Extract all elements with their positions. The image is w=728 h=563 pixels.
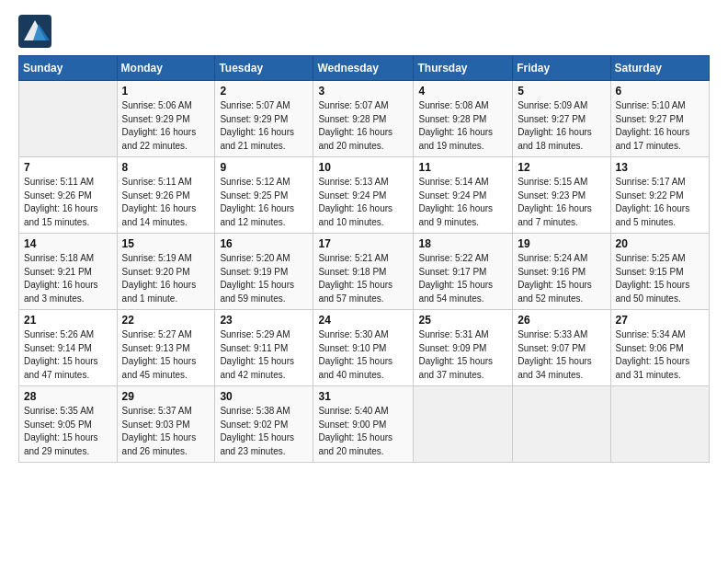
cell-info: Sunrise: 5:30 AM Sunset: 9:10 PM Dayligh… (318, 328, 408, 382)
calendar-cell: 13Sunrise: 5:17 AM Sunset: 9:22 PM Dayli… (610, 157, 709, 234)
calendar-cell: 15Sunrise: 5:19 AM Sunset: 9:20 PM Dayli… (117, 234, 215, 310)
calendar-cell: 28Sunrise: 5:35 AM Sunset: 9:05 PM Dayli… (19, 386, 118, 463)
cell-info: Sunrise: 5:18 AM Sunset: 9:21 PM Dayligh… (24, 252, 112, 305)
day-number: 18 (418, 237, 507, 250)
cell-info: Sunrise: 5:34 AM Sunset: 9:06 PM Dayligh… (616, 328, 704, 382)
day-number: 20 (616, 237, 704, 250)
day-number: 4 (418, 85, 507, 98)
cell-info: Sunrise: 5:11 AM Sunset: 9:26 PM Dayligh… (24, 176, 112, 229)
calendar-cell: 6Sunrise: 5:10 AM Sunset: 9:27 PM Daylig… (610, 81, 709, 157)
calendar-cell: 19Sunrise: 5:24 AM Sunset: 9:16 PM Dayli… (513, 234, 610, 310)
cell-info: Sunrise: 5:33 AM Sunset: 9:07 PM Dayligh… (518, 328, 605, 382)
day-number: 23 (220, 314, 308, 327)
logo (18, 15, 55, 48)
day-number: 2 (220, 85, 308, 98)
day-number: 7 (24, 161, 112, 174)
calendar-week-row: 28Sunrise: 5:35 AM Sunset: 9:05 PM Dayli… (19, 386, 710, 463)
calendar-cell: 18Sunrise: 5:22 AM Sunset: 9:17 PM Dayli… (414, 234, 513, 310)
day-number: 9 (220, 161, 308, 174)
day-number: 26 (518, 314, 605, 327)
calendar-cell: 11Sunrise: 5:14 AM Sunset: 9:24 PM Dayli… (414, 157, 513, 234)
day-number: 24 (318, 314, 408, 327)
calendar-body: 1Sunrise: 5:06 AM Sunset: 9:29 PM Daylig… (19, 81, 710, 463)
calendar-cell: 4Sunrise: 5:08 AM Sunset: 9:28 PM Daylig… (414, 81, 513, 157)
weekday-header-wednesday: Wednesday (313, 56, 414, 81)
day-number: 19 (518, 237, 605, 250)
calendar-cell (414, 386, 513, 463)
day-number: 30 (220, 390, 308, 403)
calendar-cell: 27Sunrise: 5:34 AM Sunset: 9:06 PM Dayli… (610, 310, 709, 386)
calendar-cell: 20Sunrise: 5:25 AM Sunset: 9:15 PM Dayli… (610, 234, 709, 310)
day-number: 21 (24, 314, 112, 327)
cell-info: Sunrise: 5:21 AM Sunset: 9:18 PM Dayligh… (318, 252, 408, 305)
day-number: 27 (616, 314, 704, 327)
cell-info: Sunrise: 5:20 AM Sunset: 9:19 PM Dayligh… (220, 252, 308, 305)
calendar-cell: 7Sunrise: 5:11 AM Sunset: 9:26 PM Daylig… (19, 157, 118, 234)
day-number: 28 (24, 390, 112, 403)
cell-info: Sunrise: 5:27 AM Sunset: 9:13 PM Dayligh… (122, 328, 210, 382)
day-number: 1 (122, 85, 210, 98)
calendar-cell: 22Sunrise: 5:27 AM Sunset: 9:13 PM Dayli… (117, 310, 215, 386)
weekday-header-sunday: Sunday (19, 56, 118, 81)
logo-icon (18, 15, 51, 48)
cell-info: Sunrise: 5:19 AM Sunset: 9:20 PM Dayligh… (122, 252, 210, 305)
cell-info: Sunrise: 5:09 AM Sunset: 9:27 PM Dayligh… (518, 99, 605, 153)
day-number: 16 (220, 237, 308, 250)
calendar-cell: 26Sunrise: 5:33 AM Sunset: 9:07 PM Dayli… (513, 310, 610, 386)
calendar-cell (19, 81, 118, 157)
day-number: 14 (24, 237, 112, 250)
day-number: 15 (122, 237, 210, 250)
cell-info: Sunrise: 5:10 AM Sunset: 9:27 PM Dayligh… (616, 99, 704, 153)
cell-info: Sunrise: 5:07 AM Sunset: 9:29 PM Dayligh… (220, 99, 308, 153)
cell-info: Sunrise: 5:31 AM Sunset: 9:09 PM Dayligh… (418, 328, 507, 382)
calendar-cell: 3Sunrise: 5:07 AM Sunset: 9:28 PM Daylig… (313, 81, 414, 157)
day-number: 12 (518, 161, 605, 174)
cell-info: Sunrise: 5:26 AM Sunset: 9:14 PM Dayligh… (24, 328, 112, 382)
cell-info: Sunrise: 5:06 AM Sunset: 9:29 PM Dayligh… (122, 99, 210, 153)
day-number: 11 (418, 161, 507, 174)
calendar-cell: 1Sunrise: 5:06 AM Sunset: 9:29 PM Daylig… (117, 81, 215, 157)
calendar-week-row: 14Sunrise: 5:18 AM Sunset: 9:21 PM Dayli… (19, 234, 710, 310)
calendar-cell: 31Sunrise: 5:40 AM Sunset: 9:00 PM Dayli… (313, 386, 414, 463)
cell-info: Sunrise: 5:35 AM Sunset: 9:05 PM Dayligh… (24, 405, 112, 458)
calendar-cell: 29Sunrise: 5:37 AM Sunset: 9:03 PM Dayli… (117, 386, 215, 463)
cell-info: Sunrise: 5:37 AM Sunset: 9:03 PM Dayligh… (122, 405, 210, 458)
calendar-cell: 8Sunrise: 5:11 AM Sunset: 9:26 PM Daylig… (117, 157, 215, 234)
calendar-week-row: 7Sunrise: 5:11 AM Sunset: 9:26 PM Daylig… (19, 157, 710, 234)
calendar-cell: 2Sunrise: 5:07 AM Sunset: 9:29 PM Daylig… (215, 81, 313, 157)
weekday-header-monday: Monday (117, 56, 215, 81)
calendar-cell: 9Sunrise: 5:12 AM Sunset: 9:25 PM Daylig… (215, 157, 313, 234)
cell-info: Sunrise: 5:07 AM Sunset: 9:28 PM Dayligh… (318, 99, 408, 153)
day-number: 22 (122, 314, 210, 327)
calendar-week-row: 1Sunrise: 5:06 AM Sunset: 9:29 PM Daylig… (19, 81, 710, 157)
cell-info: Sunrise: 5:25 AM Sunset: 9:15 PM Dayligh… (616, 252, 704, 305)
weekday-header-saturday: Saturday (610, 56, 709, 81)
weekday-header-thursday: Thursday (414, 56, 513, 81)
calendar-cell (610, 386, 709, 463)
calendar-cell: 12Sunrise: 5:15 AM Sunset: 9:23 PM Dayli… (513, 157, 610, 234)
cell-info: Sunrise: 5:24 AM Sunset: 9:16 PM Dayligh… (518, 252, 605, 305)
header (18, 15, 710, 48)
day-number: 17 (318, 237, 408, 250)
day-number: 10 (318, 161, 408, 174)
calendar-cell: 24Sunrise: 5:30 AM Sunset: 9:10 PM Dayli… (313, 310, 414, 386)
calendar-cell: 16Sunrise: 5:20 AM Sunset: 9:19 PM Dayli… (215, 234, 313, 310)
day-number: 6 (616, 85, 704, 98)
calendar-cell: 17Sunrise: 5:21 AM Sunset: 9:18 PM Dayli… (313, 234, 414, 310)
cell-info: Sunrise: 5:14 AM Sunset: 9:24 PM Dayligh… (418, 176, 507, 229)
day-number: 25 (418, 314, 507, 327)
calendar-cell: 14Sunrise: 5:18 AM Sunset: 9:21 PM Dayli… (19, 234, 118, 310)
calendar-cell (513, 386, 610, 463)
cell-info: Sunrise: 5:22 AM Sunset: 9:17 PM Dayligh… (418, 252, 507, 305)
calendar-cell: 30Sunrise: 5:38 AM Sunset: 9:02 PM Dayli… (215, 386, 313, 463)
day-number: 29 (122, 390, 210, 403)
cell-info: Sunrise: 5:38 AM Sunset: 9:02 PM Dayligh… (220, 405, 308, 458)
day-number: 31 (318, 390, 408, 403)
day-number: 8 (122, 161, 210, 174)
calendar-cell: 5Sunrise: 5:09 AM Sunset: 9:27 PM Daylig… (513, 81, 610, 157)
calendar-cell: 25Sunrise: 5:31 AM Sunset: 9:09 PM Dayli… (414, 310, 513, 386)
cell-info: Sunrise: 5:15 AM Sunset: 9:23 PM Dayligh… (518, 176, 605, 229)
calendar-cell: 21Sunrise: 5:26 AM Sunset: 9:14 PM Dayli… (19, 310, 118, 386)
calendar-header-row: SundayMondayTuesdayWednesdayThursdayFrid… (19, 56, 710, 81)
calendar-cell: 10Sunrise: 5:13 AM Sunset: 9:24 PM Dayli… (313, 157, 414, 234)
